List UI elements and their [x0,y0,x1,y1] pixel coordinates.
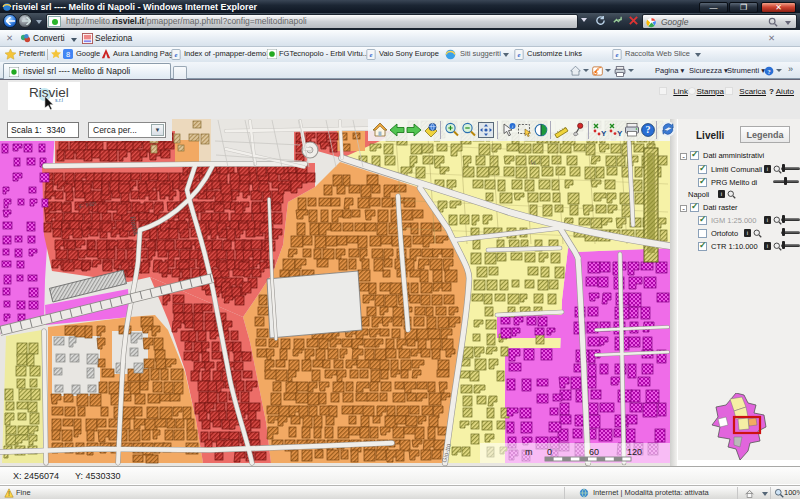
svg-text:?: ? [646,124,651,135]
svg-text:!: ! [8,490,10,497]
svg-text:e: e [518,51,521,58]
svg-text:60: 60 [589,447,599,457]
svg-text:e: e [616,51,619,58]
svg-text:Y: Y [617,129,623,138]
svg-text:m: m [525,447,533,457]
svg-text:120: 120 [627,447,642,457]
svg-text:Y: Y [601,129,607,138]
svg-text:e: e [370,51,373,58]
svg-text:0: 0 [547,447,552,457]
svg-text:e: e [175,51,178,58]
svg-text:8: 8 [66,50,70,59]
svg-text:?: ? [767,68,770,75]
